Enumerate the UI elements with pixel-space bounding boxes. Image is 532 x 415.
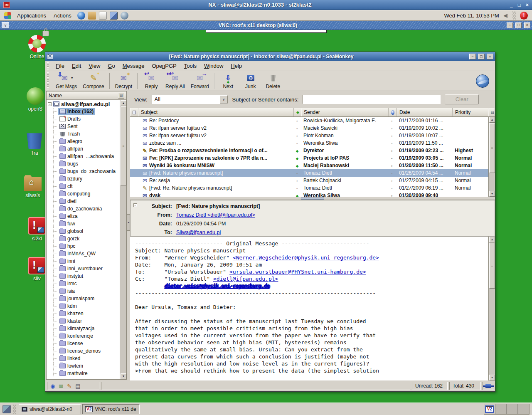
reply-all-button[interactable]: Reply All: [163, 72, 188, 90]
folder-item[interactable]: cft: [47, 183, 120, 190]
message-row[interactable]: ✉Re: ifpan serwer fujitsu v2∘Piotr Kohma…: [130, 132, 488, 139]
volume-icon[interactable]: ◀): [503, 13, 508, 18]
folder-item[interactable]: do_zachowania: [47, 205, 120, 212]
menu-edit[interactable]: Edit: [68, 62, 85, 70]
message-pane-splitter[interactable]: [130, 197, 495, 200]
flag-dot-icon[interactable]: ∘: [391, 134, 393, 138]
folder-item[interactable]: linked: [47, 355, 120, 362]
email-link[interactable]: <ursula.wurstbauer@PHYSnet.uni-hamburg.d…: [229, 269, 366, 275]
scroll-up-arrow[interactable]: ▲: [489, 117, 495, 123]
column-subject[interactable]: Subject: [138, 108, 294, 116]
menu-view[interactable]: View: [85, 62, 104, 70]
to-link[interactable]: Sliwa@ifpan.edu.pl: [176, 230, 221, 235]
addressbook-icon[interactable]: [75, 383, 80, 389]
folder-item[interactable]: khazen: [47, 310, 120, 317]
collapse-header-twisty[interactable]: −: [133, 203, 137, 207]
delete-button[interactable]: Delete: [262, 72, 284, 90]
message-row[interactable]: ✎Fw: Prośba o rozpowszechnienie informac…: [130, 147, 488, 154]
read-dot-icon[interactable]: ∘: [296, 141, 298, 146]
folder-pane-header[interactable]: Name ▤: [47, 91, 126, 100]
folder-splitter-handle[interactable]: ◂: [127, 214, 130, 231]
folder-item[interactable]: computing: [47, 190, 120, 198]
displays-icon[interactable]: [110, 12, 118, 20]
folder-item[interactable]: isia: [47, 287, 120, 295]
main-menu-icon[interactable]: [4, 12, 11, 19]
menu-openpgp[interactable]: OpenPGP: [148, 62, 180, 70]
mail-folder-icon[interactable]: [88, 12, 96, 20]
folder-splitter[interactable]: ◂: [127, 91, 130, 380]
nx-minimize-button[interactable]: _: [510, 2, 513, 8]
flag-dot-icon[interactable]: ∘: [391, 156, 393, 161]
menubar-grippy[interactable]: [47, 62, 49, 69]
collapse-twisty[interactable]: −: [48, 102, 52, 106]
navigator-icon[interactable]: [50, 383, 55, 389]
thread-column-picker-icon[interactable]: ▤: [488, 108, 495, 116]
nx-close-button[interactable]: ×: [526, 2, 529, 8]
folder-item[interactable]: irmc: [47, 280, 120, 287]
folder-item[interactable]: Trash: [47, 130, 120, 138]
toolbar-grippy[interactable]: [47, 72, 49, 89]
folder-item[interactable]: inni: [47, 257, 120, 265]
scroll-down-arrow[interactable]: ▼: [489, 191, 495, 197]
workspace-2[interactable]: [495, 404, 507, 414]
folder-account-row[interactable]: −sliwa@ifpan.edu.pl: [47, 100, 120, 108]
applications-menu[interactable]: Applications: [15, 12, 48, 20]
scroll-down-arrow[interactable]: ▼: [489, 375, 495, 380]
flag-dot-icon[interactable]: ∘: [391, 126, 393, 131]
unread-diamond-icon[interactable]: ◆: [296, 149, 298, 153]
vnc-minimize-button[interactable]: [507, 22, 513, 28]
menu-file[interactable]: File: [52, 62, 68, 70]
sphere-icon[interactable]: [121, 12, 128, 20]
message-row[interactable]: ✉Fw: [KPK] Zaproszenie na szkolenie o 7P…: [130, 154, 488, 162]
workspace-4[interactable]: [518, 404, 529, 414]
scrollbar-thumb[interactable]: [121, 106, 126, 185]
reply-button[interactable]: Reply: [140, 72, 163, 90]
flag-dot-icon[interactable]: ∘: [391, 141, 393, 146]
column-priority[interactable]: Priority: [453, 108, 488, 116]
junk-button[interactable]: Junk: [239, 72, 262, 90]
message-row[interactable]: ✉Re: ifpan serwer fujitsu v2∘Maciek Sawi…: [130, 124, 488, 132]
read-dot-icon[interactable]: ∘: [296, 119, 298, 123]
next-button[interactable]: Next: [217, 72, 239, 90]
folder-item[interactable]: hpc: [47, 242, 120, 250]
panel-handle[interactable]: [512, 11, 516, 20]
folder-item[interactable]: klaster: [47, 317, 120, 325]
scrollbar-thumb[interactable]: [489, 123, 495, 173]
message-row[interactable]: ✉zobacz sam ...∘Weronika Sliwa∘01/19/200…: [130, 139, 488, 147]
workspace-3[interactable]: [507, 404, 518, 414]
folder-item[interactable]: mathwire: [47, 370, 120, 377]
clear-button[interactable]: Clear: [445, 94, 479, 104]
email-link[interactable]: <dietl@ifpan.edu.pl>: [213, 276, 278, 282]
scrollbar-thumb[interactable]: [489, 243, 495, 289]
thread-scrollbar[interactable]: ▲ ▼: [488, 117, 495, 197]
folder-item[interactable]: allegro: [47, 138, 120, 145]
decrypt-button[interactable]: Decrypt: [112, 72, 135, 90]
folder-column-picker-icon[interactable]: ▤: [118, 93, 124, 99]
forward-button[interactable]: Forward: [188, 72, 212, 90]
flag-dot-icon[interactable]: ∘: [391, 171, 393, 175]
menu-message[interactable]: Message: [119, 62, 148, 70]
message-row[interactable]: ✉dysk◆Weronika Sliwa∘01/30/2009 09:40: [130, 192, 488, 197]
flag-dot-icon[interactable]: ∘: [391, 119, 393, 123]
folder-item[interactable]: konferencje: [47, 332, 120, 340]
alert-icon[interactable]: !: [520, 12, 528, 20]
folder-item[interactable]: inni_wurstbauer: [47, 265, 120, 272]
body-scrollbar[interactable]: ▲ ▼: [488, 237, 495, 380]
flag-dot-icon[interactable]: ∘: [391, 194, 393, 197]
read-dot-icon[interactable]: ∘: [296, 171, 298, 175]
actions-menu[interactable]: Actions: [52, 12, 73, 20]
web-browser-icon[interactable]: [77, 12, 85, 20]
view-dropdown[interactable]: All ∨: [152, 95, 228, 104]
menu-window[interactable]: Window: [200, 62, 227, 70]
menu-help[interactable]: Help: [227, 62, 246, 70]
get-msgs-button[interactable]: ▾Get Msgs: [53, 72, 80, 90]
message-row[interactable]: ✉Re: Postdocy∘Rowicka-Kudlicka, Malgorza…: [130, 117, 488, 124]
unread-diamond-icon[interactable]: ◆: [296, 164, 298, 168]
composer-icon[interactable]: [67, 383, 71, 389]
online-status[interactable]: [483, 382, 494, 390]
message-row[interactable]: ✉[Fwd: Nature physics manuscript]∘Tomasz…: [130, 169, 488, 177]
compose-button[interactable]: Compose: [80, 72, 107, 90]
folder-item[interactable]: kdm: [47, 302, 120, 310]
message-row[interactable]: ✉Wyniki 36 konkursu MNiSW◆Maciej Rabanow…: [130, 162, 488, 169]
mail-minimize-button[interactable]: [469, 54, 476, 59]
